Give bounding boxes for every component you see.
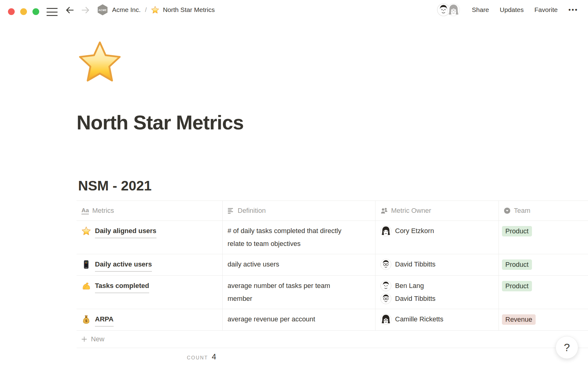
more-options-button[interactable]: ••• — [568, 6, 578, 14]
team-cell[interactable]: Product — [499, 254, 588, 275]
metrics-table: Aa Metrics Definition — [77, 201, 588, 362]
page-star-icon — [151, 6, 159, 14]
metric-cell-arpa[interactable]: $ ARPA — [77, 309, 222, 330]
breadcrumb-page[interactable]: North Star Metrics — [163, 6, 215, 13]
avatar-ben-lang — [380, 280, 391, 291]
updates-button[interactable]: Updates — [500, 6, 524, 13]
close-window-button[interactable] — [8, 8, 15, 15]
owner-cell[interactable]: David Tibbitts — [375, 254, 499, 275]
column-header-team[interactable]: Team — [499, 201, 588, 220]
breadcrumb-separator: / — [144, 6, 147, 13]
owner-cell[interactable]: Cory Etzkorn — [375, 221, 499, 254]
avatar-david-tibbitts — [380, 293, 391, 304]
collection-view: NSM - 2021 Aa Metrics Definition — [77, 178, 588, 362]
metric-page-link[interactable]: Tasks completed — [95, 279, 149, 293]
svg-text:$: $ — [85, 319, 87, 323]
team-tag-revenue[interactable]: Revenue — [502, 314, 536, 325]
breadcrumb: ACME Acme Inc. / North Star Metrics — [97, 0, 215, 20]
avatar-cory-etzkorn — [380, 225, 391, 236]
table-header-row: Aa Metrics Definition — [77, 201, 588, 221]
back-arrow-icon[interactable] — [65, 5, 75, 15]
plus-icon — [81, 336, 88, 343]
svg-text:ACME: ACME — [98, 9, 107, 12]
team-tag-product[interactable]: Product — [502, 259, 532, 270]
avatar-camille-ricketts — [380, 314, 391, 325]
money-bag-emoji-icon: $ — [81, 315, 91, 324]
column-header-metric-owner[interactable]: Metric Owner — [375, 201, 499, 220]
definition-cell[interactable]: average revenue per account — [222, 309, 375, 330]
count-aggregate[interactable]: COUNT4 — [77, 348, 222, 362]
owner-name: Ben Lang — [395, 279, 424, 292]
flexed-biceps-emoji-icon — [81, 281, 91, 291]
forward-arrow-icon[interactable] — [81, 5, 90, 15]
team-tag-product[interactable]: Product — [502, 281, 532, 291]
collection-title[interactable]: NSM - 2021 — [78, 178, 588, 194]
column-header-metrics[interactable]: Aa Metrics — [77, 201, 222, 220]
column-label: Team — [514, 205, 530, 217]
definition-cell[interactable]: # of daily tasks completed that directly… — [222, 221, 375, 254]
team-tag-product[interactable]: Product — [502, 226, 532, 236]
table-row: Tasks completed average number of tasks … — [77, 276, 588, 309]
owner-name: Cory Etzkorn — [395, 224, 434, 237]
definition-cell[interactable]: average number of tasks per team member — [222, 276, 375, 309]
favorite-button[interactable]: Favorite — [534, 6, 558, 13]
metric-cell-daily-active-users[interactable]: Daily active users — [77, 254, 222, 275]
team-cell[interactable]: Revenue — [499, 309, 588, 330]
new-row-button[interactable]: New — [77, 331, 588, 348]
metric-cell-tasks-completed[interactable]: Tasks completed — [77, 276, 222, 309]
mobile-phone-emoji-icon — [81, 260, 91, 269]
owner-name: David Tibbitts — [395, 258, 435, 271]
sidebar-menu-icon[interactable] — [47, 8, 58, 16]
column-label: Metric Owner — [391, 205, 431, 217]
owner-cell[interactable]: Ben Lang David Tibbitts — [375, 276, 499, 309]
table-row: $ ARPA average revenue per account — [77, 309, 588, 331]
topbar-actions: Share Updates Favorite ••• — [437, 0, 578, 20]
owner-name: Camille Ricketts — [395, 313, 443, 326]
workspace-logo-icon[interactable]: ACME — [97, 4, 108, 16]
avatar-woman-sketch[interactable] — [447, 3, 460, 16]
metric-cell-daily-aligned-users[interactable]: Daily aligned users — [77, 221, 222, 254]
column-label: Definition — [238, 205, 266, 217]
table-row: Daily aligned users # of daily tasks com… — [77, 221, 588, 254]
breadcrumb-workspace[interactable]: Acme Inc. — [112, 6, 141, 13]
avatar-david-tibbitts — [380, 259, 391, 270]
metric-page-link[interactable]: Daily active users — [95, 258, 152, 272]
window-top-bar: ACME Acme Inc. / North Star Metrics — [0, 0, 588, 20]
definition-cell[interactable]: daily active users — [222, 254, 375, 275]
help-button[interactable]: ? — [556, 336, 578, 359]
select-property-icon — [504, 207, 511, 214]
person-property-icon — [380, 207, 388, 214]
count-label: COUNT — [187, 355, 208, 360]
team-cell[interactable]: Product — [499, 221, 588, 254]
star-emoji-icon — [81, 226, 91, 236]
member-avatars[interactable] — [437, 3, 460, 16]
column-label: Metrics — [92, 205, 114, 217]
team-cell[interactable]: Product — [499, 276, 588, 309]
zoom-window-button[interactable] — [32, 8, 39, 15]
owner-cell[interactable]: Camille Ricketts — [375, 309, 499, 330]
column-header-definition[interactable]: Definition — [222, 201, 375, 220]
owner-name: David Tibbitts — [395, 292, 435, 305]
metric-page-link[interactable]: ARPA — [95, 313, 114, 327]
table-row: Daily active users daily active users — [77, 254, 588, 276]
page-title[interactable]: North Star Metrics — [77, 111, 243, 134]
text-property-icon — [228, 207, 234, 214]
minimize-window-button[interactable] — [20, 8, 27, 15]
metric-page-link[interactable]: Daily aligned users — [95, 224, 156, 238]
share-button[interactable]: Share — [472, 6, 489, 13]
title-property-icon: Aa — [81, 207, 89, 214]
window-controls — [8, 8, 39, 15]
page-icon-star[interactable] — [77, 40, 123, 85]
count-value: 4 — [212, 352, 216, 361]
